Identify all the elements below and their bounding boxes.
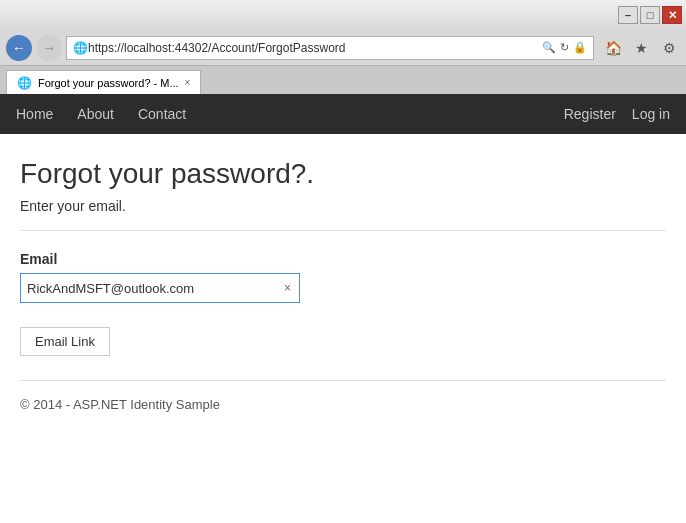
nav-register[interactable]: Register	[564, 102, 616, 126]
browser-window: – □ ✕ ← → 🌐 https://localhost:44302/Acco…	[0, 0, 686, 523]
clear-email-button[interactable]: ×	[282, 281, 293, 295]
back-button[interactable]: ←	[6, 35, 32, 61]
divider-bottom	[20, 380, 666, 381]
page-title: Forgot your password?.	[20, 158, 666, 190]
nav-home[interactable]: Home	[16, 102, 53, 126]
browser-tab[interactable]: 🌐 Forgot your password? - M... ×	[6, 70, 201, 94]
footer-text: © 2014 - ASP.NET Identity Sample	[20, 397, 666, 412]
address-input-wrapper[interactable]: 🌐 https://localhost:44302/Account/Forgot…	[66, 36, 594, 60]
email-link-button[interactable]: Email Link	[20, 327, 110, 356]
tab-bar: 🌐 Forgot your password? - M... ×	[0, 66, 686, 94]
email-input-wrapper[interactable]: ×	[20, 273, 300, 303]
forward-button[interactable]: →	[36, 35, 62, 61]
tab-ie-icon: 🌐	[17, 76, 32, 90]
page-subtitle: Enter your email.	[20, 198, 666, 214]
close-button[interactable]: ✕	[662, 6, 682, 24]
toolbar-icons: 🏠 ★ ⚙	[602, 37, 680, 59]
title-bar-buttons: – □ ✕	[618, 6, 682, 24]
tab-label: Forgot your password? - M...	[38, 77, 179, 89]
divider-top	[20, 230, 666, 231]
nav-login[interactable]: Log in	[632, 102, 670, 126]
nav-about[interactable]: About	[77, 102, 114, 126]
url-display: https://localhost:44302/Account/ForgotPa…	[88, 41, 542, 55]
email-label: Email	[20, 251, 666, 267]
refresh-icon[interactable]: ↻	[560, 41, 569, 54]
settings-icon[interactable]: ⚙	[658, 37, 680, 59]
address-icons: 🔍 ↻ 🔒	[542, 41, 587, 54]
search-icon[interactable]: 🔍	[542, 41, 556, 54]
title-bar: – □ ✕	[0, 0, 686, 30]
address-bar: ← → 🌐 https://localhost:44302/Account/Fo…	[0, 30, 686, 66]
nav-links-right: Register Log in	[564, 102, 670, 126]
main-content: Forgot your password?. Enter your email.…	[0, 134, 686, 523]
minimize-button[interactable]: –	[618, 6, 638, 24]
home-icon[interactable]: 🏠	[602, 37, 624, 59]
ie-icon: 🌐	[73, 41, 88, 55]
lock-icon: 🔒	[573, 41, 587, 54]
nav-links-left: Home About Contact	[16, 102, 186, 126]
nav-contact[interactable]: Contact	[138, 102, 186, 126]
favorites-icon[interactable]: ★	[630, 37, 652, 59]
nav-bar: Home About Contact Register Log in	[0, 94, 686, 134]
email-form-group: Email ×	[20, 251, 666, 303]
maximize-button[interactable]: □	[640, 6, 660, 24]
email-input[interactable]	[27, 281, 282, 296]
tab-close-button[interactable]: ×	[185, 77, 191, 88]
